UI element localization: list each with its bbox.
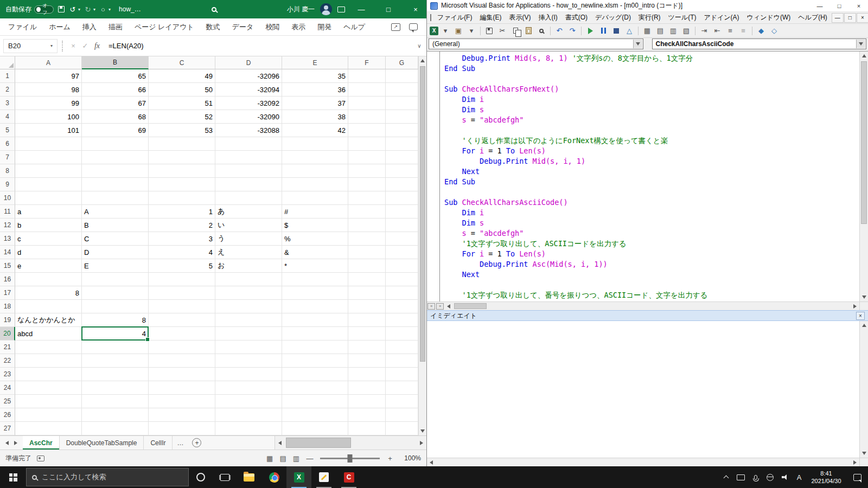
object-combo[interactable]: (General) [429,38,643,49]
sheet-tab-DoubleQuoteTabSample[interactable]: DoubleQuoteTabSample [60,436,144,450]
row-header-14[interactable]: 14 [0,246,15,259]
cell-E20[interactable] [282,327,348,341]
save-icon[interactable] [483,25,495,36]
cell-C17[interactable] [149,286,215,300]
autosave-pill[interactable]: オフ [34,5,54,14]
cell-D3[interactable]: -32092 [215,97,282,110]
sheet-tab-CellIr[interactable]: CellIr [144,436,173,450]
tab-scroll-right-icon[interactable] [14,441,17,445]
comment-block-icon[interactable]: ≡ [724,25,736,36]
ribbon-tab-データ[interactable]: データ [226,18,260,35]
cell-C13[interactable]: 3 [149,232,215,246]
cell-D7[interactable] [215,151,282,164]
chrome-button[interactable] [261,466,286,488]
cortana-button[interactable] [189,466,213,488]
cell-A23[interactable] [15,368,82,381]
scroll-left-icon[interactable] [275,436,285,450]
cell-A2[interactable]: 98 [15,83,82,97]
cell-B2[interactable]: 66 [82,83,149,97]
network-tray-button[interactable] [763,466,777,488]
cell-D4[interactable]: -32090 [215,110,282,124]
cell-D11[interactable]: あ [215,205,282,219]
cell-B22[interactable] [82,354,149,368]
code-line-21[interactable]: Debug.Print Asc(Mid(s, i, 1)) [444,259,859,269]
cell-A3[interactable]: 99 [15,97,82,110]
code-line-1[interactable]: Debug.Print Mid(s, 8, 1) '文字列sの、8文字目から、1… [444,53,859,63]
zoom-level[interactable]: 100% [400,454,421,462]
immediate-window-titlebar[interactable]: イミディエイト × [427,310,868,321]
cell-B11[interactable]: A [82,205,149,219]
cell-G23[interactable] [386,368,418,381]
vertical-scrollbar[interactable] [418,56,426,435]
cell-B1[interactable]: 65 [82,69,149,83]
cell-G5[interactable] [386,124,418,137]
cell-D14[interactable]: え [215,246,282,259]
taskbar-search[interactable]: ここに入力して検索 [26,468,189,486]
cell-F26[interactable] [348,408,386,422]
cell-B20[interactable]: 4 [82,327,149,341]
code-line-11[interactable]: Debug.Print Mid(s, i, 1) [444,156,859,166]
cell-A22[interactable] [15,354,82,368]
cell-D20[interactable] [215,327,282,341]
cell-F1[interactable] [348,69,386,83]
cell-E13[interactable]: % [282,232,348,246]
cell-A5[interactable]: 101 [15,124,82,137]
menu-実行(R)[interactable]: 実行(R) [635,13,665,22]
code-line-4[interactable]: Sub CheckAllCharsForNext() [444,84,859,94]
cell-A1[interactable]: 97 [15,69,82,83]
cell-B23[interactable] [82,368,149,381]
code-line-14[interactable] [444,187,859,197]
horizontal-scrollbar-thumb[interactable] [286,438,351,448]
cell-B13[interactable]: C [82,232,149,246]
cell-A18[interactable] [15,300,82,313]
cell-D2[interactable]: -32094 [215,83,282,97]
vba-close-button[interactable]: × [851,0,867,12]
maximize-button[interactable]: □ [378,0,399,18]
cell-E2[interactable]: 36 [282,83,348,97]
code-line-19[interactable]: '1文字ずつ取り出して、ASCIIコードを出力する [444,239,859,249]
cell-E12[interactable]: $ [282,219,348,232]
cell-D26[interactable] [215,408,282,422]
cell-E14[interactable]: & [282,246,348,259]
cell-B10[interactable] [82,191,149,205]
full-module-view-icon[interactable]: ≡ [436,303,444,310]
row-header-25[interactable]: 25 [0,395,15,408]
macro-record-icon[interactable] [37,455,44,461]
cell-D5[interactable]: -32088 [215,124,282,137]
cell-F14[interactable] [348,246,386,259]
ribbon-tab-ホーム[interactable]: ホーム [43,18,76,35]
vba-maximize-button[interactable]: □ [831,0,847,12]
paste-icon[interactable] [522,25,534,36]
cell-D23[interactable] [215,368,282,381]
cell-E19[interactable] [282,313,348,327]
ribbon-tab-数式[interactable]: 数式 [200,18,226,35]
code-vscroll-thumb[interactable] [861,61,867,224]
minimize-button[interactable]: — [350,0,372,18]
code-line-13[interactable]: End Sub [444,177,859,187]
cell-A8[interactable] [15,164,82,178]
design-mode-icon[interactable]: △ [623,25,635,36]
code-hscroll-thumb[interactable] [454,303,487,309]
cell-D13[interactable]: う [215,232,282,246]
cell-C2[interactable]: 50 [149,83,215,97]
scroll-down-icon[interactable] [419,427,426,435]
cell-C19[interactable] [149,313,215,327]
procedure-combo-dropdown-icon[interactable] [856,40,865,48]
code-line-6[interactable]: Dim s [444,105,859,115]
scroll-right-icon[interactable] [417,436,426,450]
code-line-3[interactable] [444,74,859,84]
cell-B17[interactable] [82,286,149,300]
cell-C12[interactable]: 2 [149,219,215,232]
undo-dropdown-icon[interactable]: ▾ [78,7,80,12]
share-icon[interactable]: ↗ [391,23,400,31]
module-window-icon[interactable] [430,14,431,21]
cell-G10[interactable] [386,191,418,205]
ribbon-tab-描画[interactable]: 描画 [103,18,129,35]
row-header-12[interactable]: 12 [0,219,15,232]
cell-C16[interactable] [149,273,215,286]
cell-G26[interactable] [386,408,418,422]
cell-E11[interactable]: # [282,205,348,219]
cell-G9[interactable] [386,178,418,191]
cell-C6[interactable] [149,137,215,151]
row-header-11[interactable]: 11 [0,205,15,219]
